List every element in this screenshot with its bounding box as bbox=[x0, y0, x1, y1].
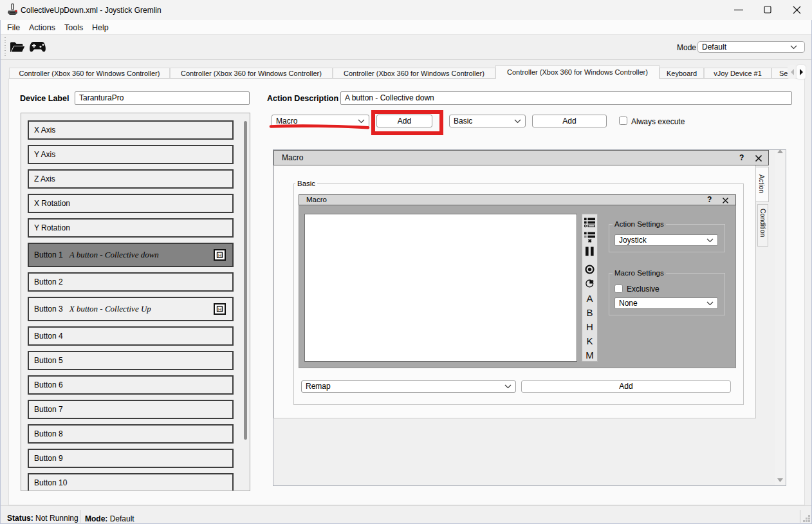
svg-text:H: H bbox=[218, 253, 221, 257]
svg-text:H: H bbox=[218, 307, 221, 312]
